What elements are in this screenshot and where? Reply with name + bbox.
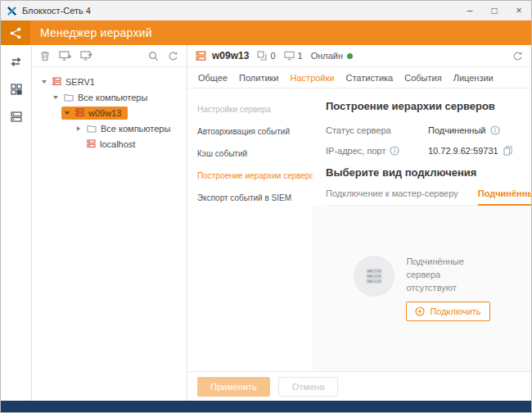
window-controls: – □ × xyxy=(458,1,531,20)
computers-badge: 1 xyxy=(284,51,303,61)
hierarchy-network-icon xyxy=(1,20,30,45)
apply-button[interactable]: Применить xyxy=(197,377,270,397)
tab-licenses[interactable]: Лицензии xyxy=(453,73,494,83)
server-icon xyxy=(52,77,61,86)
chevron-right-icon[interactable] xyxy=(74,126,83,131)
tree-item-all-computers-nested[interactable]: Все компьютеры xyxy=(35,120,183,136)
action-footer: Применить Отмена xyxy=(187,371,531,401)
selected-server-name: w09w13 xyxy=(212,50,249,61)
tree-item-label: SERV1 xyxy=(65,77,95,87)
online-status: Онлайн xyxy=(311,51,353,61)
nav-server-settings[interactable]: Настройки сервера xyxy=(187,98,313,120)
minimize-button[interactable]: – xyxy=(458,1,482,20)
server-header: w09w13 0 1 Онлайн xyxy=(187,45,531,67)
main-panel: w09w13 0 1 Онлайн xyxy=(187,45,531,401)
ip-port-value: 10.72.9.62:59731 xyxy=(428,146,498,156)
cancel-button[interactable]: Отмена xyxy=(278,377,338,397)
monitor-icon xyxy=(284,51,295,61)
policies-count: 0 xyxy=(270,51,275,61)
plus-circle-icon xyxy=(415,306,425,316)
server-status-value: Подчиненный xyxy=(428,125,485,135)
tree-item-label: Все компьютеры xyxy=(78,93,147,102)
server-icon xyxy=(75,108,84,117)
tab-events[interactable]: События xyxy=(404,73,441,83)
window-title: Блокхост-Сеть 4 xyxy=(22,6,91,16)
tree-item-localhost[interactable]: localhost xyxy=(35,136,183,152)
refresh-icon[interactable] xyxy=(168,51,178,61)
add-computer-icon[interactable] xyxy=(59,51,71,61)
online-status-label: Онлайн xyxy=(311,51,343,61)
refresh-icon[interactable] xyxy=(512,51,523,61)
chevron-down-icon[interactable] xyxy=(63,111,71,115)
tab-policies[interactable]: Политики xyxy=(239,73,279,83)
empty-message: Подчинённые сервера отсутствуют xyxy=(406,256,488,295)
computers-count: 1 xyxy=(298,51,303,61)
tab-settings[interactable]: Настройки xyxy=(291,73,335,83)
tree-item-label: localhost xyxy=(100,139,135,149)
server-status-field: Статус сервера Подчиненный xyxy=(326,125,518,135)
app-window: Блокхост-Сеть 4 – □ × Менеджер иерархий xyxy=(0,0,532,413)
move-computer-icon[interactable] xyxy=(80,51,92,61)
tree-item-label: w09w13 xyxy=(88,108,121,118)
online-dot-icon xyxy=(347,53,353,59)
tree-toolbar xyxy=(32,45,187,67)
content-title: Построение иерархии серверов xyxy=(326,100,518,112)
server-icon xyxy=(196,51,206,61)
copy-icon[interactable] xyxy=(503,146,512,156)
modules-grid-icon[interactable] xyxy=(11,84,22,95)
side-rail xyxy=(1,45,32,401)
chevron-down-icon[interactable] xyxy=(40,80,48,84)
tree-item-w09w13[interactable]: w09w13 xyxy=(35,105,183,120)
folder-icon xyxy=(64,93,74,102)
server-tree: SERV1 Все компьютеры xyxy=(32,67,187,158)
transfer-arrows-icon[interactable] xyxy=(10,57,22,67)
subordinate-servers-panel: Подчинённые сервера отсутствуют Подключи… xyxy=(313,206,531,371)
tab-general[interactable]: Общее xyxy=(198,73,228,83)
settings-content: Построение иерархии серверов Статус серв… xyxy=(313,88,531,371)
tab-subordinate-servers[interactable]: Подчинённые серверы xyxy=(478,188,532,206)
server-tabs: Общее Политики Настройки Статистика Собы… xyxy=(187,67,531,88)
delete-icon[interactable] xyxy=(40,51,50,61)
field-label: Статус сервера xyxy=(326,125,391,135)
search-icon[interactable] xyxy=(148,51,159,61)
nav-event-autoarchive[interactable]: Автоархивация событий xyxy=(187,120,313,143)
tab-statistics[interactable]: Статистика xyxy=(345,73,393,83)
folder-icon xyxy=(87,125,97,133)
maximize-button[interactable]: □ xyxy=(482,1,507,20)
tree-item-serv1[interactable]: SERV1 xyxy=(35,74,183,89)
connection-type-title: Выберите вид подключения xyxy=(326,166,518,179)
field-label: IP-адрес, порт xyxy=(326,146,385,156)
info-icon[interactable] xyxy=(490,125,500,135)
app-header: Менеджер иерархий xyxy=(1,20,531,45)
nav-server-hierarchy[interactable]: Построение иерархии серверов xyxy=(187,165,313,187)
close-button[interactable]: × xyxy=(507,1,531,20)
server-icon xyxy=(87,139,96,148)
info-icon[interactable] xyxy=(390,146,399,156)
connection-tabs: Подключение к мастер-серверу Подчинённые… xyxy=(326,188,518,206)
ip-port-field: IP-адрес, порт 10.72.9.62:59731 xyxy=(326,146,518,156)
nav-siem-export[interactable]: Экспорт событий в SIEM xyxy=(187,187,313,209)
chevron-down-icon[interactable] xyxy=(52,96,60,99)
server-list-icon[interactable] xyxy=(11,111,22,122)
empty-state: Подчинённые сервера отсутствуют Подключи… xyxy=(354,256,489,321)
taskbar-strip xyxy=(1,401,531,412)
titlebar: Блокхост-Сеть 4 – □ × xyxy=(1,1,531,20)
server-stack-icon xyxy=(354,256,394,297)
connect-button[interactable]: Подключить xyxy=(406,302,489,321)
tree-item-all-computers[interactable]: Все компьютеры xyxy=(35,89,183,105)
connect-button-label: Подключить xyxy=(430,306,480,316)
policies-badge: 0 xyxy=(257,51,275,61)
app-logo-icon xyxy=(1,6,22,16)
tab-master-connection[interactable]: Подключение к мастер-серверу xyxy=(326,188,458,206)
settings-nav: Настройки сервера Автоархивация событий … xyxy=(187,88,313,371)
tree-item-label: Все компьютеры xyxy=(101,124,170,134)
tree-panel: SERV1 Все компьютеры xyxy=(32,45,187,401)
policies-icon xyxy=(257,51,267,61)
page-title: Менеджер иерархий xyxy=(40,26,152,39)
nav-event-cache[interactable]: Кэш событий xyxy=(187,143,313,165)
